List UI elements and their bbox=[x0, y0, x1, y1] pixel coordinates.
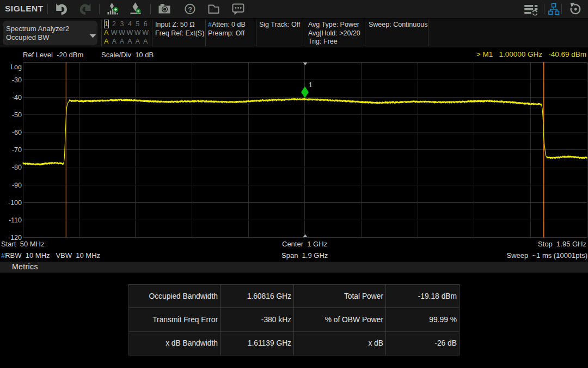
svg-text:-40: -40 bbox=[12, 94, 22, 101]
svg-text:-80: -80 bbox=[12, 164, 22, 171]
svg-text:-70: -70 bbox=[12, 146, 22, 154]
svg-text:?: ? bbox=[188, 5, 192, 14]
svg-text:-30: -30 bbox=[12, 76, 22, 84]
svg-text:1: 1 bbox=[309, 81, 313, 89]
svg-text:-60: -60 bbox=[12, 129, 22, 136]
svg-text:-50: -50 bbox=[12, 111, 22, 119]
svg-text:-110: -110 bbox=[9, 216, 22, 224]
svg-text:-100: -100 bbox=[8, 199, 22, 207]
svg-text:Log: Log bbox=[10, 63, 22, 71]
svg-text:-90: -90 bbox=[12, 182, 22, 189]
